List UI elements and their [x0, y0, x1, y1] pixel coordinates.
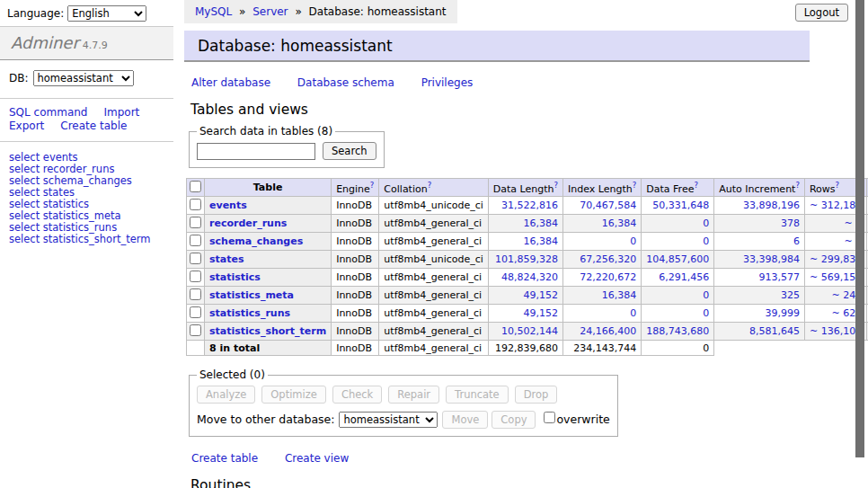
data-free-link[interactable]: 104,857,600 [646, 253, 709, 265]
table-link[interactable]: schema_changes [209, 235, 303, 247]
index-length-link[interactable]: 16,384 [602, 217, 637, 229]
adminer-brand-link[interactable]: Adminer [11, 33, 79, 52]
export-link[interactable]: Export [9, 120, 44, 132]
table-link[interactable]: statistics_meta [209, 289, 294, 301]
auto-increment-link[interactable]: 325 [781, 289, 800, 301]
repair-button[interactable]: Repair [388, 386, 439, 404]
data-length-link[interactable]: 16,384 [524, 235, 559, 247]
check-button[interactable]: Check [332, 386, 382, 404]
index-length-link[interactable]: 0 [630, 235, 636, 247]
auto-increment-link[interactable]: 378 [781, 217, 800, 229]
help-link[interactable]: ? [836, 181, 840, 190]
help-link[interactable]: ? [795, 181, 800, 190]
auto-increment-link[interactable]: 39,999 [765, 307, 800, 319]
page-title: Database: homeassistant [184, 31, 810, 62]
data-free-link[interactable]: 50,331,648 [652, 200, 709, 211]
help-link[interactable]: ? [428, 181, 432, 190]
move-db-select[interactable]: homeassistant [339, 412, 438, 428]
data-length-link[interactable]: 101,859,328 [495, 253, 558, 265]
table-link[interactable]: statistics_runs [209, 307, 290, 319]
data-free-link[interactable]: 188,743,680 [646, 325, 709, 337]
table-select-links: select events select recorder_runs selec… [0, 142, 173, 253]
truncate-button[interactable]: Truncate [446, 386, 509, 404]
create-table-link[interactable]: Create table [191, 452, 258, 465]
row-checkbox[interactable] [190, 324, 201, 336]
breadcrumb-server-link[interactable]: Server [252, 5, 288, 18]
vertical-scrollbar-thumb[interactable] [855, 0, 864, 457]
table-row-statistics-meta: statistics_meta InnoDB utf8mb4_general_c… [187, 287, 868, 305]
data-length-link[interactable]: 10,502,144 [501, 325, 558, 337]
help-link[interactable]: ? [370, 181, 375, 190]
sidebar-item-select-statistics-short-term[interactable]: select statistics_short_term [9, 234, 166, 245]
database-schema-link[interactable]: Database schema [297, 76, 394, 89]
rows-count-link[interactable]: ~ 312,180 [810, 200, 862, 211]
copy-button[interactable]: Copy [492, 411, 536, 429]
auto-increment-link[interactable]: 33,398,984 [743, 253, 800, 265]
index-length-link[interactable]: 72,220,672 [580, 271, 636, 283]
row-checkbox[interactable] [190, 217, 201, 228]
index-length-link[interactable]: 70,467,584 [580, 200, 636, 211]
data-length-link[interactable]: 49,152 [524, 289, 559, 301]
table-link[interactable]: recorder_runs [209, 217, 287, 229]
data-length-link[interactable]: 48,824,320 [501, 271, 558, 283]
table-link[interactable]: events [209, 200, 247, 211]
data-free-link[interactable]: 0 [703, 289, 709, 301]
data-length-link[interactable]: 31,522,816 [501, 200, 558, 211]
help-link[interactable]: ? [633, 181, 637, 190]
db-selector-row: DB:homeassistant [0, 60, 173, 99]
data-length-link[interactable]: 16,384 [524, 217, 559, 229]
table-header-row: Table Engine? Collation? Data Length? In… [187, 179, 868, 197]
rows-count-link[interactable]: ~ 569,159 [810, 271, 862, 283]
data-length-link[interactable]: 49,152 [524, 307, 559, 319]
create-view-link[interactable]: Create view [285, 452, 349, 465]
help-link[interactable]: ? [694, 181, 698, 190]
logout-button[interactable]: Logout [795, 4, 848, 22]
selected-fieldset: Selected (0) Analyze Optimize Check Repa… [189, 368, 618, 437]
table-link[interactable]: states [209, 253, 244, 265]
row-checkbox[interactable] [190, 253, 201, 264]
row-checkbox[interactable] [190, 271, 201, 282]
create-table-link-sidebar[interactable]: Create table [60, 120, 127, 132]
data-free-link[interactable]: 0 [703, 217, 709, 229]
index-length-link[interactable]: 24,166,400 [580, 325, 636, 337]
menu-links: SQL commandImport ExportCreate table [0, 99, 173, 142]
breadcrumb-mysql-link[interactable]: MySQL [195, 5, 232, 18]
auto-increment-link[interactable]: 913,577 [758, 271, 800, 283]
data-free-link[interactable]: 6,291,456 [659, 271, 709, 283]
table-row-statistics: statistics InnoDB utf8mb4_general_ci 48,… [187, 269, 868, 287]
auto-increment-link[interactable]: 33,898,196 [743, 200, 800, 211]
row-checkbox[interactable] [190, 199, 201, 210]
index-length-link[interactable]: 16,384 [602, 289, 637, 301]
routines-heading: Routines [190, 477, 822, 488]
move-button[interactable]: Move [442, 411, 488, 429]
search-input[interactable] [197, 143, 315, 160]
index-length-link[interactable]: 67,256,320 [580, 253, 636, 265]
overwrite-checkbox[interactable] [544, 412, 555, 423]
row-checkbox[interactable] [190, 306, 201, 318]
drop-button[interactable]: Drop [515, 386, 558, 404]
data-free-link[interactable]: 0 [703, 235, 709, 247]
index-length-link[interactable]: 0 [630, 307, 636, 319]
language-select[interactable]: English [67, 5, 146, 22]
row-checkbox[interactable] [190, 235, 201, 246]
privileges-link[interactable]: Privileges [421, 76, 474, 89]
overwrite-label: overwrite [556, 413, 609, 426]
analyze-button[interactable]: Analyze [197, 386, 255, 404]
data-free-link[interactable]: 0 [703, 307, 709, 319]
db-select[interactable]: homeassistant [33, 70, 134, 86]
table-link[interactable]: statistics [209, 271, 261, 283]
rows-count-link[interactable]: ~ 136,108 [810, 325, 862, 337]
search-fieldset: Search data in tables (8) Search [189, 125, 385, 168]
row-checkbox[interactable] [190, 288, 201, 300]
alter-database-link[interactable]: Alter database [191, 76, 270, 89]
table-link[interactable]: statistics_short_term [209, 325, 326, 337]
import-link[interactable]: Import [103, 106, 139, 119]
sql-command-link[interactable]: SQL command [9, 106, 87, 119]
select-all-checkbox[interactable] [190, 181, 201, 192]
auto-increment-link[interactable]: 8,581,645 [749, 325, 800, 337]
search-button[interactable]: Search [323, 142, 376, 160]
help-link[interactable]: ? [554, 181, 559, 190]
auto-increment-link[interactable]: 6 [793, 235, 800, 247]
rows-count-link[interactable]: ~ 299,833 [810, 253, 862, 265]
optimize-button[interactable]: Optimize [261, 386, 326, 404]
